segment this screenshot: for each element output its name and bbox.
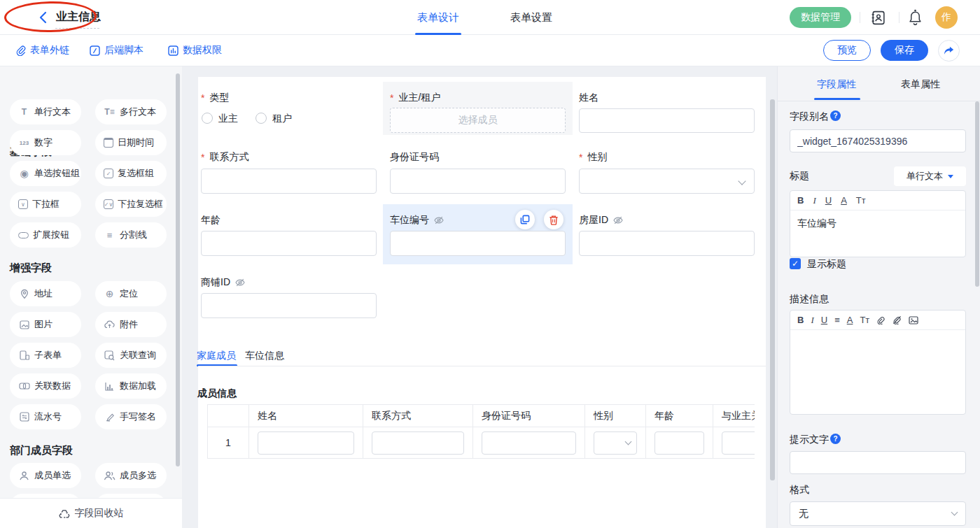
tab-form-settings[interactable]: 表单设置 (510, 11, 552, 24)
sidebar-item-number[interactable]: 123数字 (10, 130, 81, 155)
cell-age (646, 427, 713, 459)
cell-gender (585, 427, 646, 459)
form-external-link[interactable]: 表单外链 (15, 44, 69, 57)
checkbox-group-icon: ✓ (104, 169, 113, 178)
back-icon[interactable] (39, 11, 47, 24)
script-icon (90, 45, 100, 56)
sidebar-item-multi-select[interactable]: ✓∨下拉复选框 (95, 192, 167, 217)
sidebar-item-serial-number[interactable]: 流水号 (10, 404, 81, 429)
cell-input-age[interactable] (654, 431, 704, 455)
show-title-checkbox[interactable]: ✓ (790, 258, 801, 269)
font-size-icon[interactable]: Tт (856, 195, 866, 206)
radio-owner[interactable] (202, 113, 213, 124)
format-select[interactable]: 无 (790, 501, 966, 526)
font-color-icon[interactable]: A (841, 195, 847, 206)
image-icon (18, 320, 30, 329)
linked-query-icon (104, 350, 115, 361)
canvas-scrollbar[interactable] (770, 99, 775, 480)
input-contact[interactable] (201, 169, 377, 194)
link-icon (15, 45, 26, 56)
sidebar-item-linked-query[interactable]: 关联查询 (95, 343, 167, 368)
panel-scrollbar[interactable] (975, 101, 979, 287)
tab-family-members[interactable]: 家庭成员 (197, 350, 236, 362)
remove-link-icon[interactable] (892, 315, 902, 324)
radio-tenant-label[interactable]: 租户 (272, 113, 292, 125)
sidebar-item-member-single[interactable]: 成员单选 (10, 463, 81, 488)
description-editor-content[interactable] (790, 330, 965, 344)
underline-icon[interactable]: U (825, 195, 832, 206)
hint-input[interactable] (790, 451, 966, 474)
input-id-number[interactable] (390, 169, 566, 194)
col-index (208, 405, 249, 427)
form-title[interactable]: 业主信息 (56, 10, 101, 24)
sidebar-item-linked-data[interactable]: 关联数据 (10, 373, 81, 399)
bell-icon[interactable] (908, 9, 923, 25)
contact-book-icon[interactable] (870, 10, 886, 26)
tab-form-properties[interactable]: 表单属性 (901, 78, 940, 91)
italic-icon[interactable]: I (813, 195, 816, 206)
sidebar-item-datetime[interactable]: 日期时间 (95, 130, 167, 155)
cell-input-relation[interactable] (722, 431, 755, 455)
input-parking[interactable] (390, 231, 566, 256)
title-editor-content[interactable]: 车位编号 (790, 211, 965, 237)
avatar[interactable]: 作 (935, 6, 958, 29)
alias-input[interactable] (790, 129, 966, 152)
cell-input-id-number[interactable] (482, 431, 576, 455)
field-type-select[interactable]: 单行文本 (894, 166, 966, 186)
description-editor[interactable]: B I U ≡ A Tт (790, 310, 966, 415)
share-button[interactable] (938, 40, 960, 62)
sidebar-item-subform[interactable]: 子表单 (10, 343, 81, 368)
help-icon[interactable]: ? (830, 434, 841, 444)
sidebar-scrollbar[interactable] (176, 73, 180, 466)
title-editor[interactable]: B I U A Tт 车位编号 (790, 190, 966, 257)
input-age[interactable] (201, 231, 377, 256)
sidebar-item-member-multi[interactable]: 成员多选 (95, 463, 167, 488)
tab-parking-info[interactable]: 车位信息 (245, 350, 284, 362)
insert-link-icon[interactable] (876, 315, 886, 324)
sidebar-item-single-line-text[interactable]: T单行文本 (10, 99, 81, 124)
tab-field-properties[interactable]: 字段属性 (817, 78, 856, 91)
save-button[interactable]: 保存 (881, 40, 928, 61)
sidebar-item-divider[interactable]: ≡分割线 (95, 222, 167, 248)
underline-icon[interactable]: U (821, 315, 827, 325)
col-gender: 性别 (585, 405, 646, 427)
bold-icon[interactable]: B (797, 315, 804, 325)
font-size-icon[interactable]: Tт (860, 315, 869, 325)
sidebar-item-attachment[interactable]: 附件 (95, 312, 167, 337)
cell-input-name[interactable] (258, 431, 354, 455)
data-manage-button[interactable]: 数据管理 (790, 7, 851, 28)
sidebar-item-location[interactable]: ⊕定位 (95, 281, 167, 306)
page-gap-left (182, 66, 198, 528)
member-picker[interactable]: 选择成员 (390, 108, 566, 133)
radio-tenant[interactable] (255, 113, 267, 124)
copy-field-button[interactable] (515, 210, 535, 229)
input-shop-id[interactable] (201, 293, 377, 318)
preview-button[interactable]: 预览 (823, 40, 871, 61)
sidebar-item-data-load[interactable]: 数据加载 (95, 373, 167, 399)
help-icon[interactable]: ? (830, 110, 841, 121)
delete-field-button[interactable] (544, 210, 564, 229)
font-color-icon[interactable]: A (847, 315, 853, 325)
sidebar-item-image[interactable]: 图片 (10, 312, 81, 337)
cell-select-gender[interactable] (594, 431, 637, 455)
bold-icon[interactable]: B (797, 195, 804, 206)
sidebar-item-multi-line-text[interactable]: T≡多行文本 (95, 99, 167, 124)
radio-owner-label[interactable]: 业主 (218, 113, 238, 125)
sidebar-item-signature[interactable]: 手写签名 (95, 404, 167, 429)
backend-script-link[interactable]: 后端脚本 (90, 44, 144, 57)
field-recycle-bin[interactable]: 字段回收站 (0, 498, 182, 528)
sidebar-item-select[interactable]: ∨下拉框 (10, 192, 81, 217)
input-house-id[interactable] (579, 231, 755, 256)
sidebar-item-extend-button[interactable]: 扩展按钮 (10, 222, 81, 248)
sidebar-item-radio-group[interactable]: ◉单选按钮组 (10, 161, 81, 186)
data-permission-link[interactable]: 数据权限 (168, 44, 222, 57)
input-name[interactable] (579, 108, 755, 133)
cell-input-contact[interactable] (372, 431, 464, 455)
italic-icon[interactable]: I (811, 315, 813, 326)
sidebar-item-checkbox-group[interactable]: ✓复选框组 (95, 161, 167, 186)
select-gender[interactable] (579, 169, 755, 194)
insert-image-icon[interactable] (909, 316, 918, 324)
sidebar-item-address[interactable]: 地址 (10, 281, 81, 306)
tab-form-design[interactable]: 表单设计 (417, 11, 459, 24)
align-icon[interactable]: ≡ (834, 315, 840, 325)
